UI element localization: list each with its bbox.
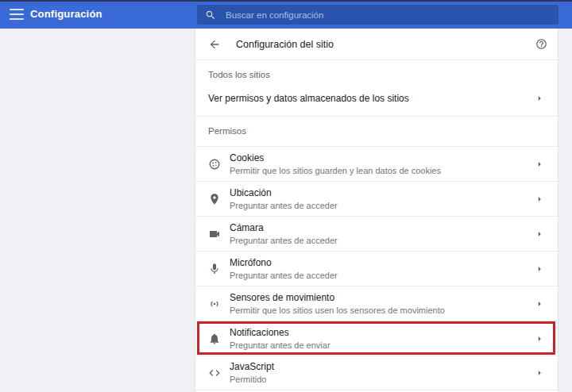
list-item-cookies[interactable]: Cookies Permitir que los sitios guarden …	[195, 146, 558, 181]
list-item-location[interactable]: Ubicación Preguntar antes de acceder	[195, 181, 558, 216]
page-title: Configuración del sitio	[236, 39, 334, 50]
cookie-icon	[207, 158, 221, 171]
hamburger-icon	[10, 9, 24, 10]
list-item-camera[interactable]: Cámara Preguntar antes de acceder	[195, 216, 558, 251]
location-pin-icon	[207, 193, 221, 206]
page-title-row: Configuración del sitio	[195, 29, 558, 60]
bell-icon	[207, 332, 221, 345]
microphone-icon	[207, 263, 221, 275]
video-camera-icon	[207, 228, 221, 240]
permission-subtitle: Preguntar antes de acceder	[230, 270, 534, 281]
chevron-right-icon	[534, 333, 545, 344]
header-title: Configuración	[30, 0, 102, 29]
permission-subtitle: Preguntar antes de acceder	[230, 235, 534, 246]
chevron-right-icon	[534, 229, 545, 240]
section-label-permissions: Permisos	[208, 126, 545, 137]
view-all-sites-label: Ver permisos y datos almacenados de los …	[208, 93, 534, 104]
section-label-all-sites: Todos los sitios	[208, 70, 545, 81]
search-icon	[205, 10, 216, 21]
search-bar[interactable]	[197, 5, 558, 25]
permission-title: Cookies	[230, 152, 534, 164]
chevron-right-icon	[534, 298, 545, 309]
chevron-right-icon	[534, 263, 545, 275]
chevron-right-icon	[534, 93, 545, 104]
permission-title: Cámara	[230, 222, 534, 234]
permission-subtitle: Preguntar antes de enviar	[230, 340, 534, 351]
permission-subtitle: Permitir que los sitios usen los sensore…	[230, 305, 534, 316]
permission-title: Ubicación	[230, 187, 534, 199]
chevron-right-icon	[534, 194, 545, 205]
permission-title: Micrófono	[230, 257, 534, 269]
site-settings-panel: Configuración del sitio Todos los sitios…	[195, 29, 558, 392]
settings-header: Configuración	[0, 0, 572, 29]
permission-title: Notificaciones	[230, 327, 534, 339]
motion-sensors-icon	[207, 298, 221, 310]
list-item-notifications[interactable]: Notificaciones Preguntar antes de enviar	[195, 321, 558, 355]
permission-subtitle: Permitido	[230, 374, 534, 385]
help-button[interactable]	[532, 36, 550, 53]
code-icon	[207, 367, 221, 379]
list-item-motion-sensors[interactable]: Sensores de movimiento Permitir que los …	[195, 286, 558, 321]
back-button[interactable]	[206, 36, 223, 53]
menu-button[interactable]	[10, 9, 24, 20]
chevron-right-icon	[534, 367, 545, 379]
list-item-microphone[interactable]: Micrófono Preguntar antes de acceder	[195, 251, 558, 286]
chevron-right-icon	[534, 159, 545, 170]
help-icon	[535, 38, 547, 50]
search-input[interactable]	[226, 10, 551, 20]
permission-subtitle: Permitir que los sitios guarden y lean d…	[230, 165, 534, 176]
permission-title: JavaScript	[230, 361, 534, 373]
back-arrow-icon	[208, 38, 221, 51]
list-item-javascript[interactable]: JavaScript Permitido	[195, 355, 558, 390]
window-top-edge	[0, 0, 572, 2]
permission-title: Sensores de movimiento	[230, 292, 534, 304]
permissions-list: Cookies Permitir que los sitios guarden …	[195, 146, 558, 390]
view-all-sites-row[interactable]: Ver permisos y datos almacenados de los …	[195, 81, 558, 117]
permission-subtitle: Preguntar antes de acceder	[230, 200, 534, 211]
